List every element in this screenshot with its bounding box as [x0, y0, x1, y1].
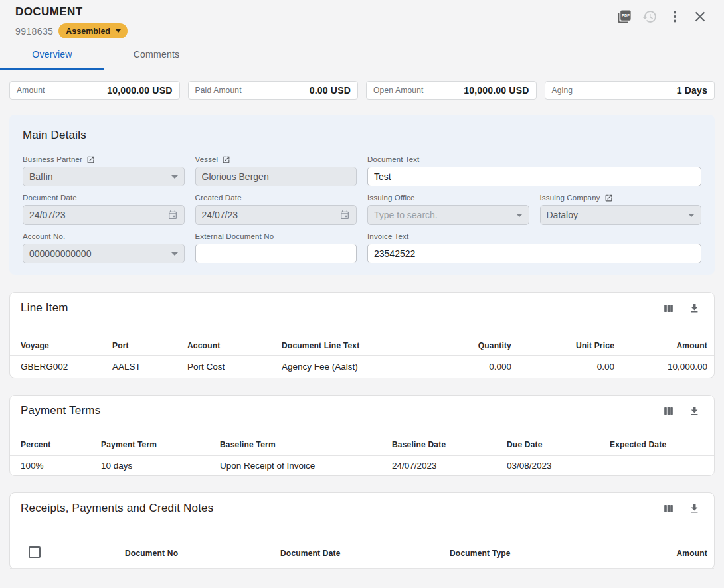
field-account-no: Account No. 000000000000: [23, 232, 185, 263]
stat-label: Paid Amount: [195, 86, 242, 95]
download-button[interactable]: [686, 500, 702, 516]
close-button[interactable]: [692, 9, 708, 25]
open-in-new-icon[interactable]: [86, 155, 95, 164]
issuing-company-label: Issuing Company: [540, 193, 600, 202]
field-created-date: Created Date 24/07/23: [195, 193, 357, 225]
payment-terms-title: Payment Terms: [21, 404, 660, 417]
document-text-input[interactable]: [367, 167, 701, 186]
download-button[interactable]: [686, 403, 702, 419]
dropdown-caret-icon: [516, 214, 523, 217]
cell-baseline-date: 24/07/2023: [392, 461, 507, 471]
calendar-icon: [167, 210, 178, 220]
page-title: DOCUMENT: [15, 6, 708, 18]
cell-voyage: GBERG002: [21, 362, 112, 372]
history-icon: [642, 9, 658, 25]
column-header: Baseline Date: [392, 440, 507, 449]
column-settings-button[interactable]: [660, 403, 676, 419]
column-header: Voyage: [21, 341, 112, 350]
vessel-input[interactable]: Glorious Bergen: [195, 167, 357, 186]
field-external-document-no: External Document No: [195, 232, 357, 263]
column-header: Port: [112, 341, 187, 350]
summary-row: Amount 10,000.00 USD Paid Amount 0.00 US…: [9, 81, 715, 100]
header-actions: PDF: [616, 9, 708, 25]
more-options-button[interactable]: [667, 9, 683, 25]
payment-terms-row[interactable]: 100% 10 days Upon Receipt of Invoice 24/…: [10, 456, 714, 475]
cell-amount: 10,000.00: [614, 362, 707, 372]
tab-overview[interactable]: Overview: [0, 38, 104, 70]
calendar-icon: [339, 210, 350, 220]
close-icon: [692, 9, 708, 25]
stat-value: 10,000.00 USD: [464, 85, 529, 96]
column-settings-button[interactable]: [660, 300, 676, 316]
stat-card-paid-amount: Paid Amount 0.00 USD: [188, 81, 359, 100]
column-header: Unit Price: [511, 341, 614, 350]
tab-comments[interactable]: Comments: [104, 38, 209, 70]
issuing-office-select[interactable]: Type to search.: [367, 205, 529, 225]
invoice-text-input[interactable]: [367, 244, 701, 263]
column-header: Due Date: [507, 440, 610, 449]
tab-bar: Overview Comments: [0, 38, 724, 70]
payment-terms-section: Payment Terms Percent Payment Term Basel…: [9, 395, 715, 476]
stat-value: 10,000.00 USD: [107, 85, 172, 96]
status-badge-label: Assembled: [66, 27, 110, 36]
select-all-checkbox[interactable]: [29, 546, 41, 558]
document-header: DOCUMENT 9918635 Assembled PDF: [0, 0, 724, 38]
column-header: Baseline Term: [220, 440, 392, 449]
receipts-header-row: Document No Document Date Document Type …: [10, 516, 714, 569]
cell-port: AALST: [112, 362, 187, 372]
column-header: Account: [187, 341, 282, 350]
pdf-export-button[interactable]: PDF: [616, 9, 632, 25]
column-header: Document No: [125, 549, 280, 558]
dropdown-caret-icon: [171, 252, 178, 256]
payment-terms-header-row: Percent Payment Term Baseline Term Basel…: [10, 419, 714, 456]
column-header: Document Type: [450, 549, 614, 558]
line-item-row[interactable]: GBERG002 AALST Port Cost Agency Fee (Aal…: [10, 356, 714, 378]
stat-value: 0.00 USD: [310, 85, 351, 96]
column-header: Amount: [614, 341, 707, 350]
open-in-new-icon[interactable]: [222, 155, 230, 164]
main-details-grid: Business Partner Baffin Vessel: [23, 155, 701, 263]
created-date-input[interactable]: 24/07/23: [195, 205, 357, 225]
download-icon: [688, 502, 701, 515]
issuing-company-select[interactable]: Dataloy: [540, 205, 702, 225]
download-icon: [688, 405, 701, 417]
field-vessel: Vessel Glorious Bergen: [195, 155, 357, 186]
stat-card-aging: Aging 1 Days: [545, 81, 715, 100]
column-header: Percent: [21, 440, 101, 449]
column-header: Amount: [614, 549, 707, 558]
cell-quantity: 0.000: [425, 362, 511, 372]
account-no-label: Account No.: [23, 232, 65, 241]
external-document-no-input[interactable]: [195, 244, 357, 263]
chevron-down-icon: [116, 29, 121, 33]
document-date-input[interactable]: 24/07/23: [23, 205, 185, 225]
status-badge[interactable]: Assembled: [58, 23, 128, 38]
field-document-text: Document Text: [367, 155, 701, 186]
account-no-select[interactable]: 000000000000: [23, 244, 185, 263]
download-button[interactable]: [686, 300, 702, 316]
field-invoice-text: Invoice Text: [367, 232, 701, 263]
column-header: Payment Term: [101, 440, 220, 449]
page-content: Amount 10,000.00 USD Paid Amount 0.00 US…: [0, 81, 724, 569]
line-item-title: Line Item: [21, 301, 660, 315]
history-button[interactable]: [642, 9, 658, 25]
field-issuing-company: Issuing Company Dataloy: [540, 193, 702, 225]
receipts-section: Receipts, Payments and Credit Notes Docu…: [9, 492, 715, 569]
stat-card-amount: Amount 10,000.00 USD: [9, 81, 180, 100]
cell-payment-term: 10 days: [101, 461, 220, 471]
vessel-label: Vessel: [195, 155, 219, 164]
stat-value: 1 Days: [677, 85, 707, 96]
view-column-icon: [662, 302, 675, 315]
line-item-section: Line Item Voyage Port Account Document L…: [9, 292, 715, 378]
external-document-no-label: External Document No: [195, 232, 274, 241]
column-settings-button[interactable]: [660, 500, 676, 516]
field-document-date: Document Date 24/07/23: [23, 193, 185, 225]
dropdown-caret-icon: [688, 214, 695, 217]
open-in-new-icon[interactable]: [604, 194, 613, 202]
business-partner-select[interactable]: Baffin: [23, 167, 185, 186]
cell-unit-price: 0.00: [511, 362, 614, 372]
cell-baseline-term: Upon Receipt of Invoice: [220, 461, 392, 471]
document-text-label: Document Text: [367, 155, 419, 164]
download-icon: [688, 302, 701, 315]
more-vert-icon: [667, 9, 683, 25]
cell-percent: 100%: [21, 461, 101, 471]
